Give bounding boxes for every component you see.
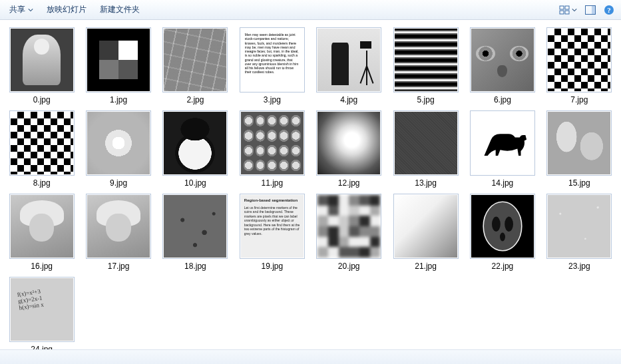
thumbnail-image [395, 29, 457, 91]
file-item[interactable]: 6.jpg [466, 25, 538, 106]
file-item[interactable]: 17.jpg [82, 192, 154, 272]
thumbnail [393, 194, 459, 259]
toolbar-new-folder[interactable]: 新建文件夹 [95, 1, 145, 18]
svg-rect-2 [560, 11, 564, 14]
svg-rect-0 [560, 6, 564, 9]
toolbar-new-folder-label: 新建文件夹 [100, 4, 140, 15]
thumbnail [316, 110, 381, 176]
file-item[interactable]: 10.jpg [159, 108, 232, 189]
toolbar: 共享 放映幻灯片 新建文件夹 ? [0, 0, 621, 20]
file-item[interactable]: Region-based segmentationLet us first de… [236, 192, 308, 272]
thumbnails-icon [559, 5, 570, 15]
file-item[interactable]: 21.jpg [389, 192, 462, 272]
toolbar-share-label: 共享 [9, 4, 25, 15]
thumbnail [470, 194, 535, 259]
file-item[interactable]: 1.jpg [82, 25, 154, 106]
file-name: 5.jpg [417, 95, 435, 104]
file-item[interactable]: 2.jpg [159, 25, 232, 106]
thumbnail [86, 27, 151, 92]
thumbnail [546, 27, 612, 92]
thumbnail-image [11, 278, 73, 341]
thumbnail-image [395, 195, 457, 258]
thumbnail-grid: 0.jpg1.jpg2.jpgMen may seem detestable a… [5, 25, 616, 349]
thumbnail [470, 110, 535, 176]
file-name: 24.jpg [31, 345, 53, 349]
help-button[interactable]: ? [601, 3, 617, 17]
thumbnail-image [87, 112, 150, 174]
thumbnail: Region-based segmentationLet us first de… [240, 194, 305, 259]
thumbnail [393, 110, 459, 176]
file-item[interactable]: 13.jpg [389, 108, 462, 189]
file-item[interactable]: 16.jpg [5, 192, 78, 272]
thumbnail-image [87, 195, 150, 258]
thumbnail-image [164, 195, 226, 258]
file-item[interactable]: 8.jpg [5, 108, 78, 189]
thumbnail-image [11, 112, 73, 174]
thumbnail [9, 277, 75, 342]
preview-pane-icon [585, 5, 596, 15]
thumbnail-image [241, 112, 304, 174]
file-item[interactable]: 15.jpg [543, 108, 616, 189]
thumbnail [9, 27, 75, 92]
view-options-button[interactable] [556, 3, 580, 17]
file-name: 18.jpg [184, 262, 206, 271]
file-item[interactable]: 23.jpg [543, 192, 616, 272]
svg-rect-3 [565, 11, 569, 14]
file-item[interactable]: 12.jpg [313, 108, 385, 189]
thumbnail [470, 27, 535, 92]
thumbnail-image [87, 29, 150, 91]
file-item[interactable]: 0.jpg [5, 25, 78, 106]
toolbar-share[interactable]: 共享 [4, 1, 39, 18]
status-bar [0, 349, 621, 364]
file-item[interactable]: 24.jpg [5, 275, 78, 349]
file-name: 8.jpg [33, 178, 51, 188]
thumbnail [86, 194, 151, 259]
file-item[interactable]: 14.jpg [466, 108, 538, 189]
content-area[interactable]: 0.jpg1.jpg2.jpgMen may seem detestable a… [0, 20, 621, 349]
file-item[interactable]: 9.jpg [82, 108, 154, 189]
thumbnail [162, 194, 228, 259]
thumbnail-image [548, 195, 610, 258]
thumbnail-image [317, 29, 380, 91]
thumbnail [9, 110, 75, 176]
file-name: 17.jpg [108, 262, 130, 271]
thumbnail-image [395, 112, 457, 174]
file-name: 23.jpg [568, 262, 590, 271]
file-item[interactable]: 22.jpg [466, 192, 538, 272]
file-item[interactable]: 11.jpg [236, 108, 308, 189]
toolbar-slideshow-label: 放映幻灯片 [47, 4, 87, 15]
file-item[interactable]: 18.jpg [159, 192, 232, 272]
file-name: 16.jpg [31, 262, 53, 271]
file-name: 13.jpg [415, 178, 437, 188]
thumbnail-image [11, 195, 73, 258]
file-name: 19.jpg [261, 262, 283, 271]
thumbnail [316, 194, 381, 259]
thumbnail-image [548, 112, 610, 174]
thumbnail-image: Region-based segmentationLet us first de… [241, 195, 304, 258]
file-item[interactable]: 5.jpg [389, 25, 462, 106]
thumbnail-image [317, 112, 380, 174]
file-item[interactable]: Men may seem detestable as joint stock-c… [236, 25, 308, 106]
file-item[interactable]: 4.jpg [313, 25, 385, 106]
thumbnail [86, 110, 151, 176]
file-item[interactable]: 20.jpg [313, 192, 385, 272]
file-name: 2.jpg [186, 95, 204, 104]
thumbnail-image: Men may seem detestable as joint stock-c… [241, 29, 304, 91]
toolbar-slideshow[interactable]: 放映幻灯片 [41, 1, 92, 18]
help-icon: ? [604, 5, 614, 15]
svg-point-10 [505, 217, 513, 232]
preview-pane-button[interactable] [582, 3, 598, 17]
file-name: 22.jpg [492, 262, 514, 271]
thumbnail-image [548, 29, 610, 91]
thumbnail [162, 27, 228, 92]
file-name: 11.jpg [261, 178, 283, 188]
file-item[interactable]: 7.jpg [543, 25, 616, 106]
thumbnail-image [11, 29, 73, 91]
file-name: 10.jpg [184, 178, 206, 188]
file-name: 6.jpg [494, 95, 511, 104]
thumbnail [546, 110, 612, 176]
file-name: 4.jpg [340, 95, 357, 104]
thumbnail [546, 194, 612, 259]
thumbnail [9, 194, 75, 259]
thumbnail [316, 27, 381, 92]
